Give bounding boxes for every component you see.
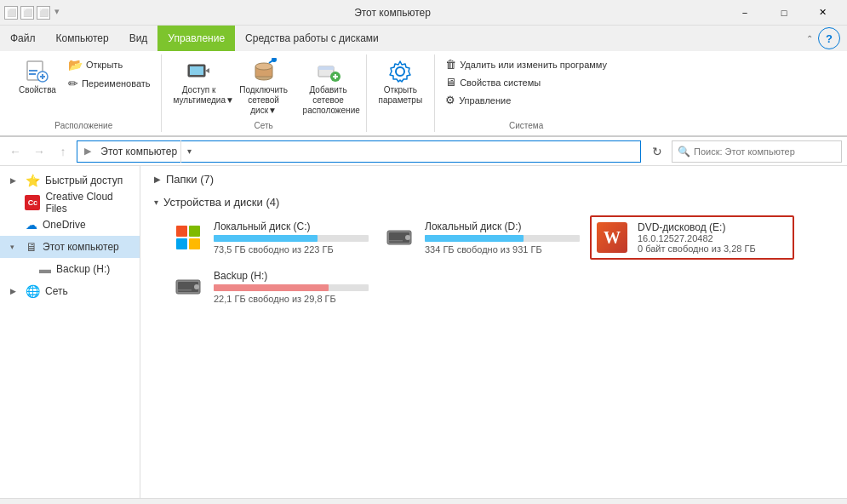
svg-rect-27 [178, 289, 192, 291]
tab-disk-tools[interactable]: Средства работы с дисками [235, 26, 389, 51]
svg-point-26 [194, 284, 199, 289]
drive-info-e: DVD-дисковод (E:) 16.0.12527.20482 0 бай… [638, 221, 789, 254]
ribbon-group-location: Свойства 📂 Открыть ✏ Переименовать Распо… [7, 54, 162, 132]
sidebar-item-onedrive[interactable]: ☁ OneDrive [0, 214, 140, 236]
ribbon-btn-properties[interactable]: Свойства [14, 56, 61, 97]
close-button[interactable]: ✕ [804, 0, 843, 26]
quick-access-toolbar-icon2[interactable]: ⬜ [20, 6, 34, 20]
search-box[interactable]: 🔍 [672, 140, 842, 163]
drives-grid: Локальный диск (C:) 73,5 ГБ свободно из … [168, 215, 833, 307]
drive-item-h[interactable]: Backup (H:) 22,1 ГБ свободно из 29,8 ГБ [168, 266, 372, 307]
rename-icon: ✏ [68, 77, 78, 90]
ribbon-group-settings-items: Открытьпараметры [374, 54, 428, 129]
refresh-button[interactable]: ↻ [646, 140, 668, 163]
search-icon: 🔍 [678, 146, 690, 158]
drive-info-c: Локальный диск (C:) 73,5 ГБ свободно из … [214, 220, 369, 255]
manage-icon: ⚙ [445, 94, 455, 106]
ribbon-btn-rename[interactable]: ✏ Переименовать [65, 75, 154, 92]
nav-up-button[interactable]: ↑ [53, 141, 73, 162]
content-area: ▶ Папки (7) ▾ Устройства и диски (4) [140, 166, 847, 498]
status-bar: Элементов: 11 Выбран 1 элемент ≡≡ ⊞ [0, 498, 847, 504]
drive-item-e[interactable]: W DVD-дисковод (E:) 16.0.12527.20482 0 б… [590, 215, 794, 260]
sidebar-item-quickaccess[interactable]: ▶ ⭐ Быстрый доступ [0, 169, 140, 192]
drive-item-c[interactable]: Локальный диск (C:) 73,5 ГБ свободно из … [168, 215, 372, 260]
open-icon: 📂 [68, 58, 83, 72]
add-location-icon [315, 58, 342, 85]
quick-access-toolbar-icon[interactable]: ⬜ [4, 6, 18, 20]
svg-marker-8 [205, 68, 209, 73]
ribbon-btn-open[interactable]: 📂 Открыть [65, 56, 154, 73]
ribbon-group-system: 🗑 Удалить или изменить программу 🖥 Свойс… [435, 54, 617, 132]
svg-rect-2 [29, 73, 36, 75]
ribbon-group-location-label: Расположение [54, 119, 112, 132]
rename-label: Переименовать [82, 78, 151, 89]
properties-icon [24, 58, 51, 85]
add-location-label: Добавить сетевоерасположение [303, 85, 354, 116]
network-icon: 🌐 [26, 284, 40, 298]
sidebar-label-network: Сеть [45, 285, 68, 297]
quick-access-toolbar-icon3[interactable]: ⬜ [37, 6, 50, 20]
media-label: Доступ кмультимедиа▼ [174, 85, 225, 106]
system-props-icon: 🖥 [445, 76, 456, 89]
tab-file[interactable]: Файл [0, 26, 46, 51]
drive-icon-d [382, 220, 416, 255]
sidebar-item-network[interactable]: ▶ 🌐 Сеть [0, 280, 140, 302]
window-controls: − □ ✕ [725, 0, 843, 26]
drive-name-d: Локальный диск (D:) [425, 220, 580, 232]
onedrive-icon: ☁ [26, 218, 37, 232]
open-settings-label: Открытьпараметры [379, 85, 423, 106]
devices-arrow-icon: ▾ [154, 198, 158, 207]
nav-forward-button[interactable]: → [29, 141, 49, 162]
sidebar-label-cc: Creative Cloud Files [45, 191, 133, 215]
uninstall-label: Удалить или изменить программу [460, 60, 607, 70]
sidebar: ▶ ⭐ Быстрый доступ Cc Creative Cloud Fil… [0, 166, 140, 498]
main-area: ▶ ⭐ Быстрый доступ Cc Creative Cloud Fil… [0, 166, 847, 498]
ribbon-btn-system-props[interactable]: 🖥 Свойства системы [442, 74, 610, 90]
drive-name-h: Backup (H:) [214, 270, 369, 282]
cc-icon: Cc [25, 195, 40, 210]
settings-icon [386, 58, 414, 85]
minimize-button[interactable]: − [725, 0, 764, 26]
expand-icon-network: ▶ [10, 287, 20, 295]
drive-size-e: 0 байт свободно из 3,28 ГБ [638, 243, 789, 254]
search-input[interactable] [694, 146, 813, 157]
ribbon-btn-add-location[interactable]: Добавить сетевоерасположение [298, 56, 359, 117]
breadcrumb-arrow [94, 146, 97, 158]
devices-section-title: Устройства и диски (4) [163, 196, 279, 209]
tab-manage[interactable]: Управление [157, 26, 235, 51]
drive-item-d[interactable]: Локальный диск (D:) 334 ГБ свободно из 9… [379, 215, 583, 260]
svg-point-19 [396, 67, 404, 76]
sidebar-item-thispc[interactable]: ▾ 🖥 Этот компьютер [0, 236, 140, 258]
tab-view[interactable]: Вид [119, 26, 158, 51]
help-button[interactable]: ? [818, 27, 840, 49]
folders-section-header[interactable]: ▶ Папки (7) [154, 173, 833, 186]
sidebar-label-thispc: Этот компьютер [43, 241, 119, 253]
nav-back-button[interactable]: ← [5, 141, 26, 162]
drive-bar-bg-c [214, 235, 369, 242]
expand-icon-quickaccess: ▶ [10, 176, 20, 185]
tab-computer[interactable]: Компьютер [46, 26, 119, 51]
maximize-button[interactable]: □ [764, 0, 804, 26]
drive-bar-fill-d [425, 235, 524, 242]
address-dropdown-btn[interactable]: ▾ [180, 140, 197, 163]
properties-label: Свойства [19, 85, 56, 95]
toolbar-dropdown[interactable]: ▾ [53, 6, 60, 20]
ribbon-btn-map-drive[interactable]: Подключитьсетевой диск▼ [233, 56, 295, 117]
ribbon-btn-uninstall[interactable]: 🗑 Удалить или изменить программу [442, 56, 610, 72]
devices-section-header[interactable]: ▾ Устройства и диски (4) [154, 196, 833, 209]
ribbon-btn-manage[interactable]: ⚙ Управление [442, 92, 610, 108]
title-bar: ⬜ ⬜ ⬜ ▾ Этот компьютер − □ ✕ [0, 0, 847, 26]
address-path[interactable]: ▶ Этот компьютер ▾ [77, 140, 641, 163]
ribbon-collapse-btn[interactable]: ⌃ [806, 34, 813, 43]
quickaccess-icon: ⭐ [26, 174, 40, 187]
drive-name-c: Локальный диск (C:) [214, 220, 369, 232]
sidebar-item-creativecloud[interactable]: Cc Creative Cloud Files [0, 192, 140, 214]
ribbon-btn-open-settings[interactable]: Открытьпараметры [374, 56, 428, 107]
drive-size-c: 73,5 ГБ свободно из 223 ГБ [214, 244, 369, 255]
sidebar-item-backup[interactable]: ▬ Backup (H:) [0, 258, 140, 280]
drive-bar-bg-d [425, 235, 580, 242]
ribbon-btn-media[interactable]: Доступ кмультимедиа▼ [169, 56, 230, 107]
ribbon-content: Свойства 📂 Открыть ✏ Переименовать Распо… [0, 51, 847, 136]
title-bar-left: ⬜ ⬜ ⬜ ▾ [4, 6, 60, 20]
drive-icon-e: W [595, 220, 629, 255]
